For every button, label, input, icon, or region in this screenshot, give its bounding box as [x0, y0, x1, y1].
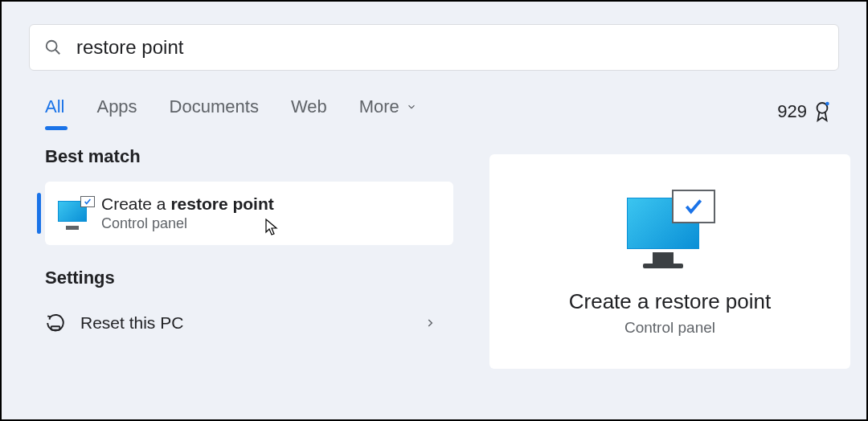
- settings-item-label: Reset this PC: [80, 313, 183, 333]
- result-title: Create a restore point: [101, 194, 274, 214]
- preview-subtitle: Control panel: [624, 319, 715, 337]
- content-area: Best match Create a restore point Contro…: [2, 146, 866, 369]
- settings-item-reset-pc[interactable]: Reset this PC: [45, 308, 436, 338]
- rewards-badge[interactable]: 929: [777, 101, 831, 122]
- preview-title: Create a restore point: [569, 289, 771, 314]
- tab-all[interactable]: All: [45, 96, 64, 127]
- results-column: Best match Create a restore point Contro…: [2, 146, 460, 369]
- search-input[interactable]: [76, 36, 824, 59]
- monitor-icon-large: [627, 191, 714, 268]
- result-subtitle: Control panel: [101, 215, 274, 232]
- settings-header: Settings: [45, 268, 460, 288]
- tab-more[interactable]: More: [359, 96, 417, 127]
- svg-rect-4: [51, 326, 60, 329]
- best-match-header: Best match: [45, 146, 460, 167]
- search-bar[interactable]: [29, 24, 839, 71]
- monitor-icon: [58, 201, 90, 227]
- preview-column: Create a restore point Control panel: [460, 146, 866, 369]
- medal-icon: [813, 101, 831, 122]
- rewards-points: 929: [777, 101, 807, 122]
- svg-line-1: [55, 50, 60, 55]
- tabs-row: All Apps Documents Web More 929: [45, 96, 831, 127]
- result-title-bold: restore point: [170, 194, 273, 213]
- search-icon: [44, 39, 62, 56]
- result-text: Create a restore point Control panel: [101, 194, 274, 232]
- svg-point-3: [825, 102, 829, 106]
- tab-apps[interactable]: Apps: [96, 96, 137, 127]
- preview-panel: Create a restore point Control panel: [489, 154, 850, 369]
- result-create-restore-point[interactable]: Create a restore point Control panel: [45, 182, 453, 245]
- svg-point-0: [47, 41, 57, 51]
- tab-web[interactable]: Web: [291, 96, 327, 127]
- tab-documents[interactable]: Documents: [170, 96, 259, 127]
- tab-more-label: More: [359, 96, 399, 117]
- chevron-down-icon: [406, 101, 417, 112]
- result-title-prefix: Create a: [101, 194, 170, 213]
- reset-icon: [45, 313, 66, 333]
- chevron-right-icon: [424, 317, 436, 329]
